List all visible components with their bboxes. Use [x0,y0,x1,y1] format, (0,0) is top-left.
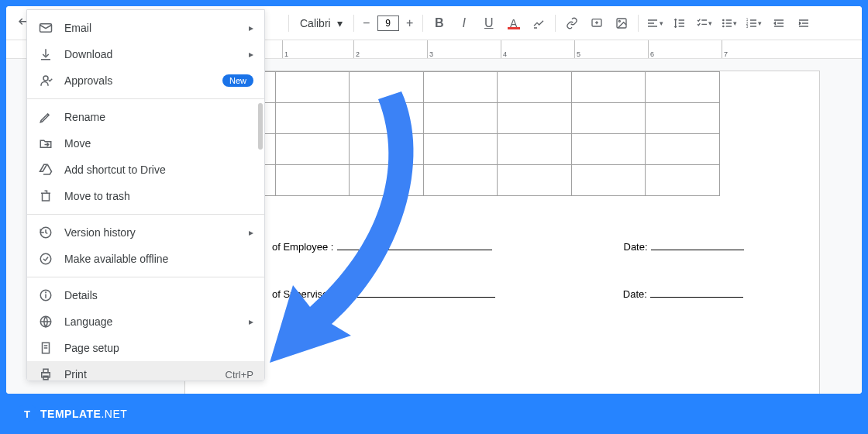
menu-print[interactable]: Print Ctrl+P [27,361,264,381]
font-size-input[interactable] [377,16,399,31]
decrease-indent-button[interactable] [767,12,790,35]
separator [638,15,639,32]
align-button[interactable]: ▾ [643,12,666,35]
svg-point-17 [723,26,724,26]
svg-rect-42 [43,369,48,373]
menu-divider [27,98,264,99]
menu-label: Details [64,289,253,301]
menu-page-setup[interactable]: Page setup [27,335,264,361]
separator [422,15,423,32]
globe-icon [38,314,53,329]
svg-point-32 [43,76,48,81]
chevron-right-icon: ▸ [249,316,253,327]
ruler-tick: 7 [722,40,728,58]
scrollbar-thumb[interactable] [258,103,263,150]
separator [353,15,354,32]
image-button[interactable] [610,12,633,35]
menu-label: Add shortcut to Drive [64,164,253,176]
menu-email[interactable]: Email ▸ [27,15,264,41]
offline-icon [38,251,53,267]
email-icon [38,20,53,36]
drive-shortcut-icon [38,162,53,177]
menu-label: Email [64,22,238,34]
separator [288,15,289,32]
menu-version-history[interactable]: Version history ▸ [27,219,264,246]
checklist-button[interactable]: ▾ [693,12,716,35]
download-icon [38,46,53,62]
page-setup-icon [38,340,53,356]
chevron-right-icon: ▸ [249,22,253,33]
menu-language[interactable]: Language ▸ [27,308,264,335]
sig-employee-label: of Employee : [272,241,334,253]
date-label: Date: [623,288,647,300]
trash-icon [38,188,53,204]
signature-supervisor-row: of Supervisor : Date: [272,288,819,300]
signature-line [340,297,495,298]
text-color-button[interactable]: A [502,12,525,35]
branding-footer: T TEMPLATE.NET [0,394,868,434]
signature-employee-row: of Employee : Date: [272,241,819,253]
date-label: Date: [624,241,648,253]
highlight-button[interactable] [527,12,550,35]
ruler-tick: 6 [648,40,654,58]
menu-label: Print [64,368,215,381]
document-table[interactable] [201,71,720,196]
numbered-list-button[interactable]: 123▾ [742,12,766,35]
svg-point-15 [723,22,724,23]
menu-label: Approvals [64,74,212,87]
increase-size-button[interactable]: + [402,16,418,31]
ruler-tick: 3 [427,40,433,58]
date-line [651,250,744,250]
bold-button[interactable]: B [428,12,451,35]
menu-label: Make available offline [64,253,253,265]
menu-label: Language [64,315,238,328]
separator [555,15,556,32]
print-icon [38,367,53,381]
increase-indent-button[interactable] [792,12,815,35]
rename-icon [38,109,53,125]
menu-move[interactable]: Move [27,130,264,157]
ruler-tick: 1 [282,40,288,58]
line-spacing-button[interactable] [668,12,691,35]
menu-trash[interactable]: Move to trash [27,183,264,209]
menu-details[interactable]: Details [27,282,264,308]
svg-point-33 [40,253,51,264]
new-badge: New [222,74,253,87]
font-family-select[interactable]: Calibri ▾ [294,17,349,29]
svg-point-36 [46,292,46,293]
decrease-size-button[interactable]: − [359,16,374,31]
menu-download[interactable]: Download ▸ [27,41,264,67]
app-frame: Calibri ▾ − + B I U A ▾ ▾ ▾ 123▾ 1 2 3 [6,6,862,394]
ruler-tick: 2 [353,40,360,58]
menu-label: Version history [64,226,238,239]
chevron-right-icon: ▸ [249,227,253,238]
bullet-list-button[interactable]: ▾ [718,12,741,35]
page: of Employee : Date: of Supervisor : Date… [184,71,820,394]
file-menu-dropdown: Email ▸ Download ▸ Approvals New Rename … [26,9,265,381]
svg-point-4 [618,20,620,22]
info-icon [38,288,53,303]
ruler-tick: 5 [574,40,580,58]
menu-label: Move [64,137,253,150]
sig-supervisor-label: of Supervisor : [272,288,337,300]
brand-name: TEMPLATE.NET [40,408,127,420]
menu-offline[interactable]: Make available offline [27,246,264,272]
menu-label: Download [64,48,238,60]
comment-button[interactable] [585,12,608,35]
underline-button[interactable]: U [477,12,501,35]
signature-line [337,250,492,250]
history-icon [38,225,53,240]
chevron-right-icon: ▸ [249,49,253,60]
link-button[interactable] [560,12,584,35]
ruler-tick: 4 [501,40,507,58]
font-size-control: − + [359,16,418,31]
italic-button[interactable]: I [453,12,476,35]
menu-add-shortcut[interactable]: Add shortcut to Drive [27,157,264,183]
approvals-icon [38,73,53,88]
logo-icon: T [19,405,36,422]
menu-approvals[interactable]: Approvals New [27,67,264,94]
menu-rename[interactable]: Rename [27,104,264,130]
chevron-down-icon: ▾ [337,17,343,29]
move-icon [38,136,53,151]
shortcut-label: Ctrl+P [226,369,253,381]
